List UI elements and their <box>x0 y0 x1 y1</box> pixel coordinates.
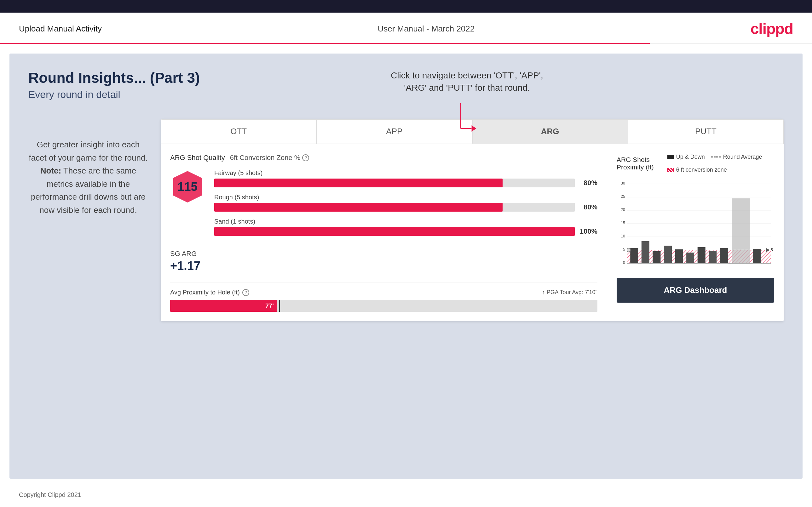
copyright: Copyright Clippd 2021 <box>19 491 81 498</box>
left-insight: Get greater insight into each facet of y… <box>29 119 148 321</box>
proximity-bar-value: 77' <box>265 302 274 309</box>
navigation-hint-text: Click to navigate between 'OTT', 'APP','… <box>391 69 543 94</box>
bar-pct: 100% <box>578 227 597 235</box>
help-icon[interactable]: ? <box>302 154 309 161</box>
hexagon-value: 115 <box>177 180 197 194</box>
main-content: Round Insights... (Part 3) Every round i… <box>9 54 803 478</box>
hexagon: 115 <box>170 169 205 204</box>
sg-section: SG ARG +1.17 <box>170 250 597 273</box>
shot-row-fairway: Fairway (5 shots) 80% <box>214 169 597 187</box>
conversion-label: 6ft Conversion Zone % ? <box>230 154 309 162</box>
svg-text:0: 0 <box>623 260 625 265</box>
left-panel: ARG Shot Quality 6ft Conversion Zone % ? <box>161 144 607 321</box>
svg-rect-30 <box>720 248 728 263</box>
arg-dashboard-button[interactable]: ARG Dashboard <box>617 278 774 303</box>
right-panel: ARG Shots - Proximity (ft) Up & Down Rou… <box>607 144 783 321</box>
shot-quality-label: ARG Shot Quality <box>170 154 225 162</box>
dashboard-panel: OTT APP ARG PUTT ARG Shot Quality 6ft Co… <box>161 119 783 321</box>
insight-text: Get greater insight into each facet of y… <box>29 138 148 217</box>
footer: Copyright Clippd 2021 <box>0 485 812 505</box>
svg-rect-24 <box>664 246 672 263</box>
svg-rect-25 <box>675 249 683 263</box>
pga-avg: ↑ PGA Tour Avg: 7'10" <box>542 289 597 296</box>
legend-round-avg: Round Average <box>711 154 762 160</box>
arrow-icon <box>454 100 479 138</box>
logo: clippd <box>751 20 793 38</box>
svg-text:25: 25 <box>621 194 625 199</box>
svg-rect-21 <box>630 248 638 263</box>
header: Upload Manual Activity User Manual - Mar… <box>0 13 812 43</box>
svg-rect-22 <box>642 241 649 263</box>
tab-putt[interactable]: PUTT <box>628 119 783 144</box>
legend-conversion: 6 ft conversion zone <box>667 167 727 173</box>
svg-text:20: 20 <box>621 207 625 212</box>
legend: Up & Down Round Average 6 ft conversion … <box>667 154 774 173</box>
bar-pct: 80% <box>578 203 597 211</box>
chart-area: 30 25 20 15 10 5 0 <box>617 179 774 268</box>
proximity-bar: 77' <box>170 300 597 312</box>
doc-title: User Manual - March 2022 <box>377 24 474 34</box>
svg-text:5: 5 <box>623 247 625 251</box>
shot-row-rough: Rough (5 shots) 80% <box>214 194 597 212</box>
svg-rect-27 <box>698 247 706 263</box>
svg-rect-28 <box>709 251 716 263</box>
navigation-hint: Click to navigate between 'OTT', 'APP','… <box>391 69 543 138</box>
bar-pct: 80% <box>578 179 597 187</box>
sg-value: +1.17 <box>170 259 597 273</box>
right-title: ARG Shots - Proximity (ft) <box>617 156 667 171</box>
shot-label: Fairway (5 shots) <box>214 169 597 177</box>
sg-label: SG ARG <box>170 250 597 258</box>
shot-row-sand: Sand (1 shots) 100% <box>214 218 597 236</box>
header-divider <box>0 43 812 44</box>
svg-marker-2 <box>472 125 476 132</box>
proximity-help-icon[interactable]: ? <box>242 289 249 296</box>
svg-point-33 <box>627 248 631 252</box>
svg-text:10: 10 <box>621 234 625 238</box>
proximity-label: Avg Proximity to Hole (ft) ? <box>170 289 249 296</box>
legend-up-down: Up & Down <box>667 154 705 160</box>
top-bar <box>0 0 812 13</box>
svg-rect-26 <box>686 252 694 263</box>
arg-chart: 30 25 20 15 10 5 0 <box>617 179 774 268</box>
tab-ott[interactable]: OTT <box>161 119 316 144</box>
svg-rect-31 <box>753 249 761 263</box>
upload-label: Upload Manual Activity <box>19 24 102 34</box>
svg-text:15: 15 <box>621 220 625 225</box>
insight-note: Note: <box>40 166 61 175</box>
svg-rect-29 <box>732 199 750 263</box>
shot-label: Sand (1 shots) <box>214 218 597 225</box>
proximity-section: Avg Proximity to Hole (ft) ? ↑ PGA Tour … <box>170 282 597 312</box>
svg-text:8: 8 <box>770 247 773 252</box>
shot-label: Rough (5 shots) <box>214 194 597 201</box>
svg-rect-23 <box>653 251 660 263</box>
shot-bars: Fairway (5 shots) 80% Rough (5 shots) <box>214 169 597 242</box>
svg-text:30: 30 <box>621 181 625 185</box>
